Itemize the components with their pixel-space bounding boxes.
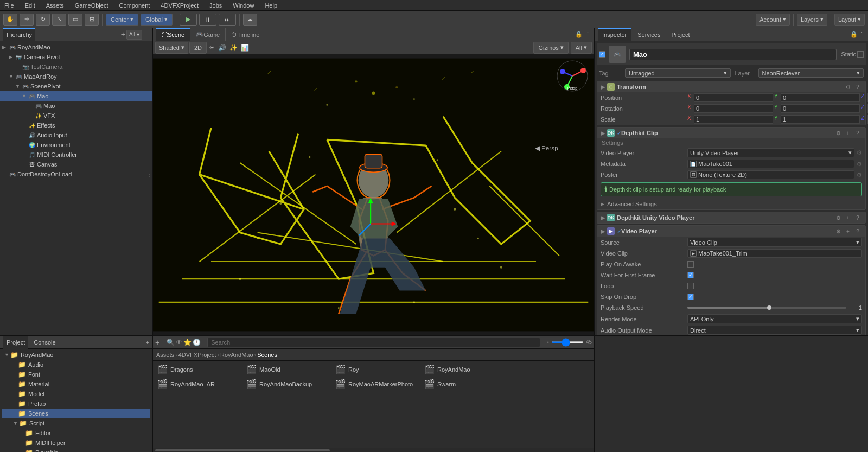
scene-more-icon[interactable]: ⋮	[585, 31, 591, 38]
lighting-icon[interactable]: ☀	[208, 44, 216, 52]
shading-dropdown[interactable]: Shaded ▾	[155, 42, 188, 54]
metadata-settings-icon[interactable]: ⚙	[857, 161, 862, 168]
tab-inspector[interactable]: Inspector	[598, 28, 631, 41]
inspector-lock-icon[interactable]: 🔒	[850, 31, 858, 38]
hierarchy-filter[interactable]: All ▾	[126, 30, 142, 40]
dkvp-add-icon[interactable]: +	[844, 215, 852, 221]
pause-button[interactable]: ⏸	[199, 14, 216, 26]
tab-scene[interactable]: ⛶ Scene	[156, 28, 190, 41]
hierarchy-item-environment[interactable]: ▶ 🌍 Environment	[0, 140, 152, 150]
file-swarm[interactable]: 🎬 Swarm	[422, 378, 509, 390]
file-royandmao-ar[interactable]: 🎬 RoyAndMao_AR	[155, 378, 242, 390]
layer-dropdown[interactable]: NeonReciever▾	[758, 68, 864, 78]
folder-audio[interactable]: ▶ 📁 Audio	[2, 360, 150, 370]
dkvp-settings-icon[interactable]: ⚙	[834, 215, 843, 221]
stats-icon[interactable]: 📊	[240, 44, 250, 52]
breadcrumb-4dvfxproject[interactable]: 4DVFXProject	[178, 352, 216, 358]
history-icon[interactable]: 🕐	[193, 339, 201, 346]
folder-editor[interactable]: ▶ 📁 Editor	[2, 428, 150, 438]
video-player-header[interactable]: ▶ ▶ ✓ Video Player ⚙ + ?	[597, 226, 865, 237]
transform-help-icon[interactable]: ?	[853, 84, 862, 90]
play-on-awake-checkbox[interactable]	[687, 261, 694, 268]
depthkit-clip-toggle[interactable]: ✓	[617, 130, 621, 136]
dk-help-icon[interactable]: ?	[853, 130, 862, 136]
transform-header[interactable]: ▶ ⊞ Transform ⚙ ?	[597, 81, 865, 92]
menu-help[interactable]: Help	[263, 2, 279, 9]
scene-lock-icon[interactable]: 🔒	[575, 31, 583, 38]
folder-prefab[interactable]: ▶ 📁 Prefab	[2, 399, 150, 409]
folder-midihelper[interactable]: ▶ 📁 MIDIHelper	[2, 438, 150, 448]
vp-toggle[interactable]: ✓	[617, 228, 621, 234]
poster-settings-icon[interactable]: ⚙	[857, 171, 862, 179]
audio-icon[interactable]: 🔊	[217, 44, 227, 52]
hierarchy-item-midicontroller[interactable]: ▶ 🎵 MIDI Controller	[0, 150, 152, 160]
tool-rotate[interactable]: ↻	[36, 14, 50, 26]
tool-rect[interactable]: ▭	[68, 14, 82, 26]
poster-field[interactable]: 🖼 None (Texture 2D)	[687, 170, 854, 179]
layers-button[interactable]: Layers ▾	[797, 14, 827, 26]
position-y[interactable]	[781, 93, 860, 102]
tab-game[interactable]: 🎮 Game	[190, 28, 226, 41]
vp-settings-icon2[interactable]: ⚙	[834, 228, 843, 234]
tool-hand[interactable]: ✋	[3, 14, 17, 26]
hierarchy-tab[interactable]: Hierarchy	[3, 28, 35, 41]
folder-font[interactable]: ▶ 📁 Font	[2, 370, 150, 379]
file-royandmao[interactable]: 🎬 RoyAndMao	[422, 363, 509, 375]
vp-add-icon[interactable]: +	[844, 228, 852, 234]
eye-icon[interactable]: 👁	[176, 339, 182, 346]
video-player-dropdown[interactable]: Unity Video Player▾	[687, 148, 854, 157]
tab-console[interactable]: Console	[30, 336, 59, 349]
tag-dropdown[interactable]: Untagged▾	[625, 68, 731, 78]
file-roymaoaremarkerphoto[interactable]: 🎬 RoyMaoARMarkerPhoto	[333, 378, 420, 390]
scale-x[interactable]	[694, 115, 773, 124]
hierarchy-item-maoandroy[interactable]: ▼ 🎮 MaoAndRoy	[0, 72, 152, 81]
dk-settings-icon[interactable]: ⚙	[834, 130, 843, 136]
hierarchy-item-audioinput[interactable]: ▶ 🔊 Audio Input	[0, 130, 152, 140]
folder-script[interactable]: ▼ 📁 Script	[2, 418, 150, 428]
rotation-y[interactable]	[781, 104, 860, 113]
vp-help-icon[interactable]: ?	[853, 228, 862, 234]
inspector-more-icon[interactable]: ⋮	[859, 31, 865, 38]
tab-timeline[interactable]: ⏱ Timeline	[226, 28, 265, 41]
hierarchy-item-dontdestroy[interactable]: ▶ 🎮 DontDestroyOnLoad ⋮	[0, 169, 152, 179]
breadcrumb-royandmao[interactable]: RoyAndMao	[220, 352, 253, 358]
menu-window[interactable]: Window	[231, 2, 256, 9]
menu-4dvfxproject[interactable]: 4DVFXProject	[158, 2, 201, 9]
horizontal-scrollbar[interactable]	[153, 448, 594, 452]
rotation-x[interactable]	[694, 104, 773, 113]
playback-speed-slider[interactable]: 1	[687, 304, 862, 311]
scene-view[interactable]: ◀ Persp Persp	[153, 54, 594, 335]
hierarchy-item-scenepivot[interactable]: ▼ 🎮 ScenePivot	[0, 81, 152, 91]
folder-model[interactable]: ▶ 📁 Model	[2, 389, 150, 399]
folder-playable[interactable]: ▶ 📁 Playable	[2, 448, 150, 452]
hierarchy-more-icon[interactable]: ⋮	[143, 30, 149, 40]
hierarchy-item-vfx[interactable]: ▶ ✨ VFX	[0, 111, 152, 120]
project-add-btn[interactable]: +	[146, 339, 149, 346]
tool-move[interactable]: ✛	[20, 14, 34, 26]
gizmos-button[interactable]: Gizmos ▾	[533, 42, 568, 54]
tab-project-bottom[interactable]: Project	[3, 336, 28, 349]
hierarchy-item-canvas[interactable]: ▶ 🖼 Canvas	[0, 160, 152, 169]
source-dropdown[interactable]: Video Clip▾	[687, 238, 862, 247]
object-active-checkbox[interactable]	[599, 51, 605, 58]
view-2d-btn[interactable]: 2D	[189, 42, 207, 54]
menu-jobs[interactable]: Jobs	[207, 2, 224, 9]
file-size-slider[interactable]: ▪ 45	[547, 339, 592, 345]
menu-assets[interactable]: Assets	[44, 2, 66, 9]
menu-file[interactable]: File	[2, 2, 16, 9]
space-toggle[interactable]: Global ▾	[141, 14, 173, 26]
static-checkbox[interactable]	[857, 51, 864, 58]
tab-services[interactable]: Services	[633, 28, 665, 41]
tool-scale[interactable]: ⤡	[52, 14, 66, 26]
hierarchy-item-effects[interactable]: ▶ ✨ Effects	[0, 120, 152, 130]
video-clip-field[interactable]: ▶ MaoTake001_Trim	[687, 249, 862, 258]
depthkit-clip-header[interactable]: ▶ DK ✓ Depthkit Clip ⚙ + ?	[597, 128, 865, 138]
dk-add-icon[interactable]: +	[844, 130, 852, 136]
menu-component[interactable]: Component	[117, 2, 152, 9]
hierarchy-item-mao-inner[interactable]: ▶ 🎮 Mao	[0, 101, 152, 111]
file-browser-add[interactable]: +	[155, 338, 159, 347]
audio-output-mode-dropdown[interactable]: Direct▾	[687, 326, 862, 335]
menu-edit[interactable]: Edit	[23, 2, 37, 9]
folder-scenes[interactable]: ▶ 📁 Scenes	[2, 409, 150, 418]
object-name-field[interactable]: Mao	[629, 49, 837, 60]
